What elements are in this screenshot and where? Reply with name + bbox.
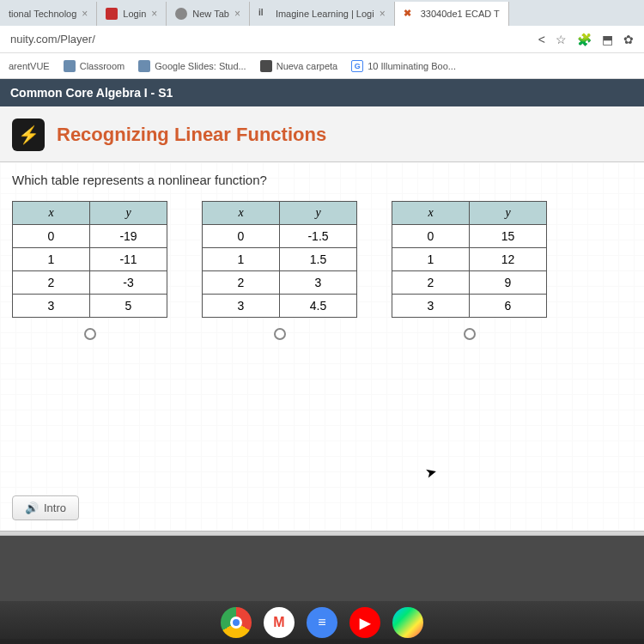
tab-label: Login [123, 9, 146, 19]
extension-icon-2[interactable]: ✿ [623, 33, 634, 46]
col-y: y [470, 202, 547, 225]
docs-app-icon[interactable]: ≡ [307, 607, 337, 638]
tab-active[interactable]: ✖ 33040de1 ECAD T [395, 2, 509, 26]
col-x: x [203, 202, 280, 225]
lesson-icon[interactable]: ⚡ [12, 118, 45, 151]
google-icon: G [351, 60, 363, 72]
bookmark-label: 10 Illuminating Boo... [368, 61, 456, 71]
bookmark-label: Classroom [80, 61, 125, 71]
chrome-icon [175, 8, 187, 20]
gmail-app-icon[interactable]: M [264, 607, 295, 638]
classroom-icon [64, 60, 76, 72]
table-1: xy 0-19 1-11 2-3 35 [12, 201, 167, 318]
option-3: xy 015 112 29 36 [392, 201, 547, 343]
tab-label: tional Technolog [9, 9, 76, 19]
extension-icon[interactable]: ⬒ [602, 33, 613, 46]
bookmark-folder[interactable]: Nueva carpeta [260, 60, 338, 72]
star-icon[interactable]: ☆ [556, 33, 567, 46]
url-actions: < ☆ 🧩 ⬒ ✿ [538, 33, 634, 46]
course-header: Common Core Algebra I - S1 [0, 79, 644, 106]
table-3: xy 015 112 29 36 [392, 201, 547, 318]
col-x: x [392, 202, 470, 225]
speaker-icon: 🔊 [25, 501, 39, 514]
radio-option-1[interactable] [84, 328, 96, 340]
bookmark-label: arentVUE [9, 61, 50, 71]
tab-new[interactable]: New Tab × [167, 2, 250, 26]
bookmark-label: Google Slides: Stud... [155, 61, 246, 71]
content-area: ⚡ Try It Recognizing Linear Functions Wh… [0, 106, 644, 536]
radio-option-3[interactable] [464, 328, 476, 340]
col-y: y [90, 202, 167, 225]
chrome-os-shelf: M ≡ ▶ [0, 601, 644, 644]
play-app-icon[interactable] [392, 607, 423, 638]
bookmark-label: Nueva carpeta [276, 61, 338, 71]
chrome-app-icon[interactable] [221, 607, 252, 638]
url-text[interactable]: nuity.com/Player/ [10, 33, 95, 46]
tab-imagine[interactable]: il Imagine Learning | Logi × [250, 2, 395, 26]
col-x: x [13, 202, 90, 225]
intro-label: Intro [44, 501, 66, 514]
edgenuity-icon: ✖ [404, 8, 416, 20]
lesson-title: Recognizing Linear Functions [57, 124, 326, 146]
course-title: Common Core Algebra I - S1 [10, 86, 173, 100]
bolt-icon: ⚡ [18, 125, 39, 145]
bookmark-slides[interactable]: Google Slides: Stud... [138, 60, 246, 72]
tab-label: New Tab [192, 9, 229, 19]
col-y: y [280, 202, 357, 225]
tab-technolog[interactable]: tional Technolog × [0, 2, 97, 26]
tab-login[interactable]: Login × [97, 2, 167, 26]
slides-icon [138, 60, 150, 72]
radio-option-2[interactable] [274, 328, 286, 340]
close-icon[interactable]: × [151, 8, 157, 20]
bookmark-parentvue[interactable]: arentVUE [9, 61, 50, 71]
answer-options: xy 0-19 1-11 2-3 35 xy 0-1.5 11.5 23 34.… [12, 201, 632, 343]
url-bar: nuity.com/Player/ < ☆ 🧩 ⬒ ✿ [0, 26, 644, 53]
bookmark-illuminating[interactable]: G 10 Illuminating Boo... [351, 60, 456, 72]
imagine-icon: il [258, 8, 270, 20]
lesson-header: ⚡ Try It Recognizing Linear Functions [0, 118, 644, 161]
table-2: xy 0-1.5 11.5 23 34.5 [202, 201, 357, 318]
option-2: xy 0-1.5 11.5 23 34.5 [202, 201, 357, 343]
question-prompt: Which table represents a nonlinear funct… [12, 173, 632, 187]
puzzle-icon[interactable]: 🧩 [577, 33, 592, 46]
youtube-app-icon[interactable]: ▶ [349, 607, 380, 638]
intro-button[interactable]: 🔊 Intro [12, 495, 79, 520]
site-icon [106, 8, 118, 20]
bookmark-classroom[interactable]: Classroom [64, 60, 125, 72]
option-1: xy 0-19 1-11 2-3 35 [12, 201, 167, 343]
question-panel: Which table represents a nonlinear funct… [0, 161, 644, 531]
bookmarks-bar: arentVUE Classroom Google Slides: Stud..… [0, 53, 644, 79]
tab-label: Imagine Learning | Logi [276, 9, 374, 19]
share-icon[interactable]: < [538, 33, 545, 46]
close-icon[interactable]: × [82, 8, 88, 20]
close-icon[interactable]: × [380, 8, 386, 20]
folder-icon [260, 60, 272, 72]
close-icon[interactable]: × [234, 8, 240, 20]
tab-label: 33040de1 ECAD T [421, 9, 500, 19]
tab-strip: tional Technolog × Login × New Tab × il … [0, 0, 644, 26]
